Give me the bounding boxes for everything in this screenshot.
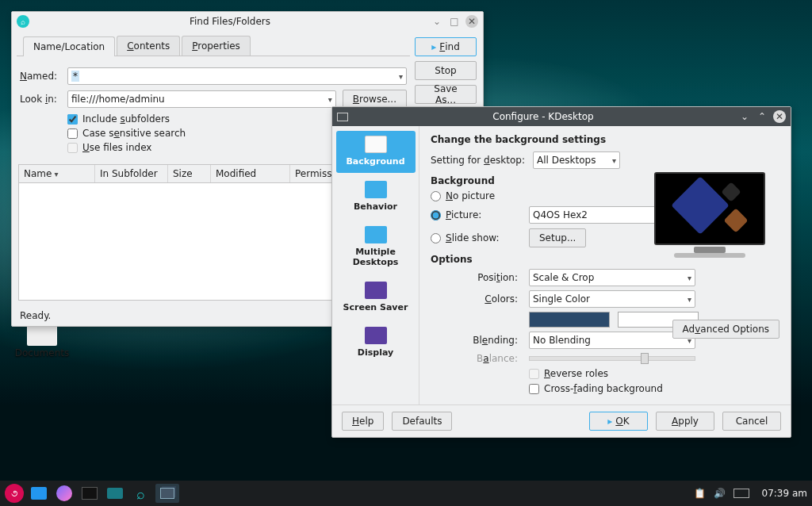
sidebar-item-display[interactable]: Display [336, 322, 416, 364]
lookin-label: Look in: [20, 94, 61, 105]
advanced-options-button[interactable]: Advanced Options [672, 320, 779, 339]
sort-icon: ▾ [54, 170, 58, 178]
volume-icon[interactable]: 🔊 [714, 488, 726, 499]
search-icon: ⌕ [17, 15, 29, 28]
find-button[interactable]: ▸Find [415, 37, 477, 56]
app-menu-button[interactable]: ૭ [5, 484, 24, 503]
sidebar-item-behavior[interactable]: Behavior [336, 176, 416, 218]
color-swatch-1[interactable] [529, 312, 610, 328]
defaults-button[interactable]: Defaults [392, 412, 452, 431]
checkbox [529, 369, 539, 379]
taskbar: ૭ ⌕ 📋 🔊 07:39 am [0, 481, 812, 506]
close-icon[interactable]: ✕ [465, 15, 478, 28]
display-icon [365, 327, 387, 344]
browser-button[interactable] [54, 484, 75, 503]
chevron-down-icon: ▾ [688, 295, 691, 304]
show-desktop-button[interactable] [29, 484, 49, 503]
check-label: Reverse roles [544, 368, 608, 379]
search-button[interactable]: ⌕ [130, 484, 151, 503]
balance-slider [529, 356, 695, 361]
battery-icon[interactable] [733, 489, 749, 498]
radio-no-picture[interactable]: No picture [431, 190, 518, 201]
minimize-icon[interactable]: ⌄ [738, 110, 751, 123]
blending-select[interactable]: No Blending▾ [529, 332, 695, 349]
tab-name-location[interactable]: Name/Location [23, 36, 115, 56]
windows-icon [160, 488, 174, 499]
setup-button: Setup... [529, 228, 586, 247]
chevron-down-icon: ▾ [399, 72, 403, 81]
find-title: Find Files/Folders [34, 16, 426, 27]
sidebar-item-screen-saver[interactable]: Screen Saver [336, 277, 416, 319]
lookin-input[interactable]: file:///home/adminu▾ [67, 90, 336, 108]
arrow-icon: ▸ [607, 416, 612, 427]
config-button-bar: Help Defaults ▸OK Apply Cancel [332, 404, 791, 437]
chevron-down-icon: ▾ [688, 274, 691, 282]
compass-icon [56, 485, 72, 501]
checkbox [67, 143, 78, 153]
config-body: Change the background settings Setting f… [419, 126, 791, 404]
col-subfolder[interactable]: In Subfolder [95, 165, 168, 182]
minimize-icon[interactable]: ⌄ [431, 15, 443, 28]
picture-icon [365, 136, 387, 153]
balance-label: Balance: [431, 353, 521, 364]
find-titlebar[interactable]: ⌕ Find Files/Folders ⌄ □ ✕ [12, 12, 483, 31]
checkbox[interactable] [529, 384, 539, 394]
config-sidebar: Background Behavior Multiple Desktops Sc… [332, 126, 419, 404]
sidebar-item-background[interactable]: Background [336, 131, 416, 173]
close-icon[interactable]: ✕ [773, 110, 786, 123]
position-select[interactable]: Scale & Crop▾ [529, 269, 695, 286]
checkbox[interactable] [67, 114, 78, 125]
radio-slideshow[interactable]: Slide show: [431, 232, 518, 243]
radio-picture[interactable]: Picture: [431, 209, 518, 220]
configure-titlebar[interactable]: Configure - KDesktop ⌄ ⌃ ✕ [332, 107, 791, 126]
swirl-icon: ૭ [11, 488, 17, 499]
setting-for-label: Setting for desktop: [431, 155, 525, 166]
system-tray: 📋 🔊 07:39 am [694, 488, 807, 499]
checkbox[interactable] [67, 128, 78, 139]
help-button[interactable]: Help [342, 412, 384, 431]
blending-label: Blending: [431, 335, 521, 346]
screensaver-icon [365, 282, 387, 299]
search-icon: ⌕ [136, 485, 145, 502]
arrow-icon: ▸ [431, 41, 436, 52]
named-input[interactable]: *▾ [67, 67, 407, 85]
window-icon [337, 113, 348, 121]
task-windows-button[interactable] [155, 484, 179, 503]
files-button[interactable] [105, 484, 125, 503]
position-label: Position: [431, 272, 521, 283]
terminal-button[interactable] [79, 484, 100, 503]
tab-contents[interactable]: Contents [117, 36, 180, 56]
sidebar-item-multiple-desktops[interactable]: Multiple Desktops [336, 221, 416, 274]
check-label: Case sensitive search [82, 128, 186, 139]
preview-monitor [646, 172, 773, 258]
find-tabs: Name/Location Contents Properties [17, 36, 410, 56]
check-label: Include subfolders [82, 113, 170, 125]
check-label: Use files index [82, 142, 151, 153]
apply-button[interactable]: Apply [656, 412, 714, 431]
chevron-down-icon: ▾ [328, 95, 332, 104]
cancel-button[interactable]: Cancel [722, 412, 781, 431]
folder-icon [107, 488, 123, 499]
desktop-icon [31, 487, 47, 500]
colors-select[interactable]: Single Color▾ [529, 290, 695, 308]
taskbar-clock[interactable]: 07:39 am [762, 488, 807, 499]
maximize-icon[interactable]: ⌃ [756, 110, 768, 123]
col-name[interactable]: Name ▾ [19, 165, 95, 182]
stop-button: Stop [415, 61, 477, 80]
ok-button[interactable]: ▸OK [589, 412, 648, 431]
chevron-down-icon: ▾ [612, 156, 616, 165]
setting-for-select[interactable]: All Desktops▾ [533, 151, 620, 169]
check-crossfade[interactable]: Cross-fading background [529, 383, 663, 394]
named-label: Named: [20, 71, 61, 82]
clipboard-icon[interactable]: 📋 [694, 488, 706, 499]
col-modified[interactable]: Modified [211, 165, 290, 182]
maximize-icon[interactable]: □ [448, 15, 461, 28]
configure-title: Configure - KDesktop [353, 111, 733, 122]
desktop-icon [365, 181, 387, 198]
desktops-icon [365, 226, 387, 243]
save-as-button: Save As... [415, 85, 477, 104]
colors-label: Colors: [431, 293, 521, 305]
col-size[interactable]: Size [168, 165, 211, 182]
tab-properties[interactable]: Properties [182, 36, 251, 56]
check-label: Cross-fading background [544, 383, 663, 394]
